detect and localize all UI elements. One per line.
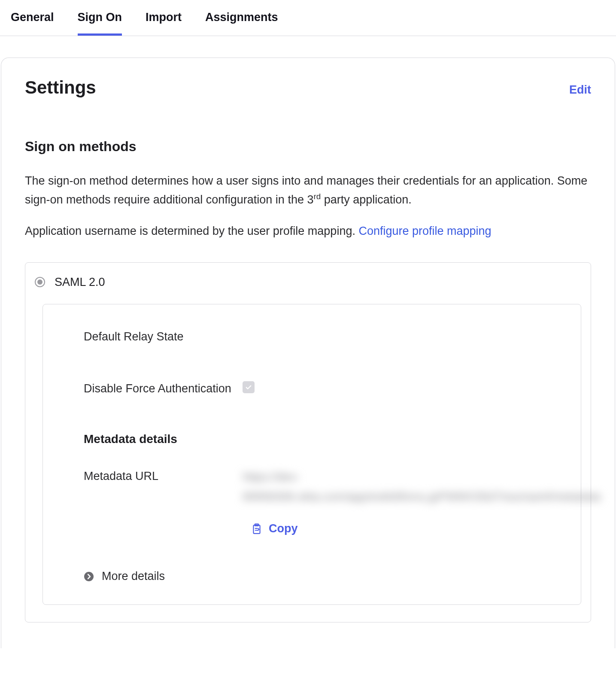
radio-selected-icon	[35, 277, 45, 287]
metadata-details-heading: Metadata details	[84, 432, 540, 446]
tab-sign-on[interactable]: Sign On	[78, 0, 122, 36]
signon-method-box: SAML 2.0 Default Relay State Disable For…	[25, 262, 591, 622]
more-details-label: More details	[102, 570, 165, 583]
disable-force-auth-label: Disable Force Authentication	[84, 380, 243, 398]
more-details-toggle[interactable]: More details	[84, 570, 540, 583]
tab-general[interactable]: General	[11, 0, 54, 36]
chevron-right-circle-icon	[84, 571, 94, 582]
signon-desc-part1: The sign-on method determines how a user…	[25, 174, 587, 206]
saml-radio-label: SAML 2.0	[55, 276, 105, 289]
profile-mapping-text: Application username is determined by th…	[25, 222, 591, 240]
edit-button[interactable]: Edit	[569, 83, 591, 97]
clipboard-icon	[251, 523, 262, 534]
copy-metadata-url-button[interactable]: Copy	[251, 522, 601, 535]
svg-point-2	[84, 572, 94, 581]
tabbar: General Sign On Import Assignments	[0, 0, 616, 36]
signon-methods-heading: Sign on methods	[25, 139, 591, 155]
check-icon	[245, 383, 252, 391]
profile-mapping-prefix: Application username is determined by th…	[25, 225, 358, 237]
tab-assignments[interactable]: Assignments	[205, 0, 278, 36]
signon-description: The sign-on method determines how a user…	[25, 172, 591, 209]
saml-detail-box: Default Relay State Disable Force Authen…	[42, 304, 581, 605]
signon-desc-sup: rd	[313, 192, 321, 201]
default-relay-state-label: Default Relay State	[84, 328, 243, 346]
settings-title: Settings	[25, 77, 96, 98]
settings-panel: Settings Edit Sign on methods The sign-o…	[1, 58, 615, 648]
copy-label: Copy	[269, 522, 298, 535]
configure-profile-mapping-link[interactable]: Configure profile mapping	[358, 225, 491, 237]
disable-force-auth-checkbox	[243, 381, 255, 393]
saml-radio-row[interactable]: SAML 2.0	[35, 276, 581, 289]
metadata-url-value-blurred: https://dev-89958308.okta.com/app/exkb90…	[243, 467, 601, 507]
metadata-url-label: Metadata URL	[84, 467, 243, 486]
tab-import[interactable]: Import	[146, 0, 182, 36]
signon-desc-part2: party application.	[321, 193, 412, 206]
